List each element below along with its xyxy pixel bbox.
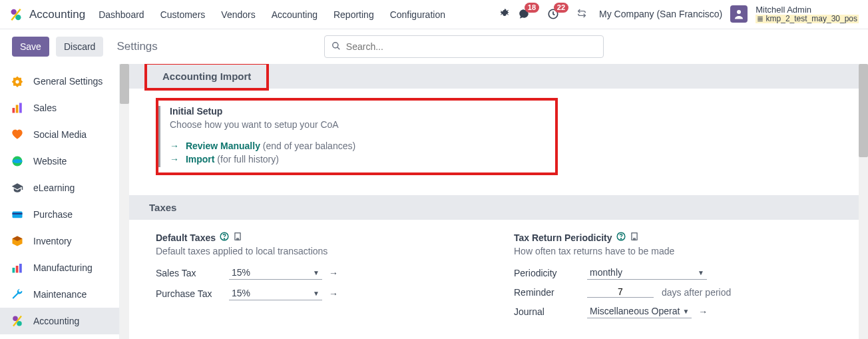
sidebar-item-label: General Settings	[33, 76, 103, 87]
sidebar-item-label: Purchase	[33, 209, 73, 220]
review-manually-hint: (end of year balances)	[263, 141, 355, 151]
import-link[interactable]: Import	[186, 154, 215, 165]
heart-icon	[11, 128, 24, 141]
taxes-columns: Default Taxes Default taxes applied to l…	[129, 220, 859, 325]
journal-select[interactable]: Miscellaneous Operat ▼	[587, 304, 692, 318]
review-manually-link[interactable]: Review Manually	[186, 141, 260, 151]
menu-vendors[interactable]: Vendors	[221, 9, 255, 20]
sidebar-scrollbar[interactable]	[120, 64, 129, 339]
activities-icon[interactable]: 22	[547, 8, 559, 20]
sales-tax-value: 15%	[232, 267, 250, 278]
content-scrollbar[interactable]	[859, 64, 868, 339]
company-switch-icon[interactable]	[576, 8, 587, 21]
purchase-tax-select[interactable]: 15% ▼	[229, 286, 322, 300]
default-taxes-desc: Default taxes applied to local transacti…	[156, 246, 474, 256]
reminder-suffix: days after period	[662, 287, 731, 298]
sidebar-item-label: Website	[33, 156, 67, 167]
section-accounting-import: Accounting Import	[129, 64, 859, 89]
help-icon[interactable]	[220, 232, 229, 243]
sidebar-item-purchase[interactable]: Purchase	[0, 201, 119, 228]
svg-rect-36	[633, 238, 634, 240]
reminder-row: Reminder days after period	[514, 286, 832, 298]
menu-configuration[interactable]: Configuration	[390, 9, 445, 20]
wrench-icon	[11, 288, 24, 301]
svg-rect-18	[16, 266, 19, 273]
menu-dashboard[interactable]: Dashboard	[99, 9, 144, 20]
app-logo	[9, 8, 23, 21]
arrow-icon: →	[170, 141, 179, 151]
default-taxes-title: Default Taxes	[156, 232, 242, 243]
import-hint: (for full history)	[217, 154, 279, 165]
app-title[interactable]: Accounting	[29, 8, 85, 21]
svg-point-24	[224, 238, 224, 239]
svg-rect-32	[237, 238, 238, 240]
journal-label: Journal	[514, 306, 587, 317]
sidebar-item-label: Inventory	[33, 236, 72, 246]
search-input[interactable]	[346, 41, 596, 52]
sidebar-item-manufacturing[interactable]: Manufacturing	[0, 254, 119, 281]
sidebar-item-label: Social Media	[33, 129, 87, 140]
purchase-tax-row: Purchase Tax 15% ▼ →	[156, 286, 474, 300]
reminder-input[interactable]	[587, 286, 654, 298]
chevron-down-icon: ▼	[313, 269, 320, 276]
company-name[interactable]: My Company (San Francisco)	[599, 9, 722, 19]
box-icon	[11, 234, 24, 248]
sidebar-item-label: Maintenance	[33, 289, 87, 300]
sidebar-item-sales[interactable]: Sales	[0, 95, 119, 121]
building-icon[interactable]	[630, 232, 639, 243]
globe-icon	[11, 155, 24, 168]
discard-button[interactable]: Discard	[56, 37, 103, 57]
svg-rect-11	[16, 105, 19, 113]
factory-icon	[11, 261, 24, 274]
avatar[interactable]	[730, 5, 748, 23]
external-link-icon[interactable]: →	[329, 268, 338, 278]
svg-rect-25	[235, 233, 240, 240]
sidebar-item-inventory[interactable]: Inventory	[0, 228, 119, 254]
sidebar-item-website[interactable]: Website	[0, 148, 119, 174]
gear-icon	[11, 75, 24, 88]
setup-accent-bar	[158, 106, 160, 167]
help-icon[interactable]	[616, 232, 626, 243]
sales-tax-select[interactable]: 15% ▼	[229, 266, 322, 280]
user-name: Mitchell Admin	[756, 5, 859, 15]
card-icon	[11, 208, 24, 221]
sidebar-item-social-media[interactable]: Social Media	[0, 121, 119, 148]
bars-icon	[11, 101, 24, 115]
tax-return-periodicity-group: Tax Return Periodicity How often tax ret…	[514, 232, 832, 325]
menu-reporting[interactable]: Reporting	[333, 9, 374, 20]
external-link-icon[interactable]: →	[329, 288, 338, 299]
user-box[interactable]: Mitchell Admin kmp_2_test_may_30_pos	[756, 5, 859, 23]
reminder-label: Reminder	[514, 287, 587, 298]
chevron-down-icon: ▼	[698, 269, 704, 276]
periodicity-select[interactable]: monthly ▼	[587, 266, 707, 280]
sidebar-item-accounting[interactable]: Accounting	[0, 308, 119, 334]
svg-rect-35	[631, 233, 636, 240]
sidebar-item-elearning[interactable]: eLearning	[0, 174, 119, 201]
settings-content: Accounting Import Initial Setup Choose h…	[129, 64, 859, 339]
building-icon[interactable]	[233, 232, 242, 243]
save-button[interactable]: Save	[12, 37, 49, 57]
menu-customers[interactable]: Customers	[160, 9, 206, 20]
sidebar-item-maintenance[interactable]: Maintenance	[0, 281, 119, 308]
svg-point-34	[620, 238, 621, 239]
topbar: Accounting Dashboard Customers Vendors A…	[0, 0, 868, 29]
settings-sidebar: General Settings Sales Social Media Webs…	[0, 64, 120, 339]
menu-accounting[interactable]: Accounting	[272, 9, 318, 20]
topbar-right: 18 22 My Company (San Francisco) Mitchel…	[499, 5, 859, 23]
accounting-icon	[11, 314, 24, 328]
sidebar-item-general-settings[interactable]: General Settings	[0, 68, 119, 95]
activities-badge: 22	[554, 3, 568, 13]
db-name: kmp_2_test_may_30_pos	[756, 15, 859, 23]
section-accounting-import-title: Accounting Import	[146, 64, 267, 89]
default-taxes-group: Default Taxes Default taxes applied to l…	[156, 232, 474, 325]
arrow-icon: →	[170, 154, 179, 165]
search-box[interactable]	[324, 35, 604, 58]
default-taxes-title-text: Default Taxes	[156, 232, 216, 243]
svg-rect-15	[13, 212, 23, 218]
external-link-icon[interactable]: →	[698, 306, 708, 317]
view-title: Settings	[116, 40, 157, 53]
chevron-down-icon: ▼	[682, 308, 689, 315]
search-icon	[331, 41, 341, 53]
messages-icon[interactable]: 18	[518, 8, 530, 20]
bug-icon[interactable]	[499, 8, 510, 21]
